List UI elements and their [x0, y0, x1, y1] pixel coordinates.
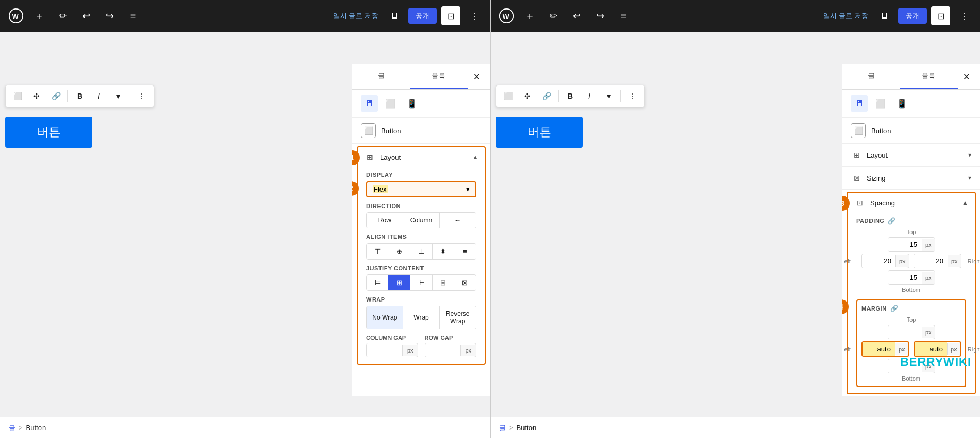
- right-options-button[interactable]: ⋮: [624, 88, 641, 105]
- margin-section: 4 MARGIN 🔗 Top: [856, 299, 966, 387]
- padding-right-input[interactable]: [914, 254, 948, 268]
- right-add-button[interactable]: ＋: [520, 6, 539, 25]
- justify-center-btn[interactable]: ⊞: [388, 275, 410, 290]
- right-panel: W ＋ ✏ ↩ ↪ ≡ 임시 글로 저장 🖥 공개 ⊡ ⋮ ⬜ ✣ 🔗 B I …: [490, 0, 980, 438]
- right-layout-section-header[interactable]: ⊞ Layout ▾: [842, 144, 980, 166]
- right-desktop-device-btn[interactable]: 🖥: [851, 95, 868, 112]
- align-end-btn[interactable]: ⊥: [410, 244, 432, 259]
- desktop-device-btn[interactable]: 🖥: [361, 95, 378, 112]
- right-tab-post[interactable]: 글: [842, 64, 900, 89]
- align-stretch-btn[interactable]: ⬍: [433, 244, 454, 259]
- list-view-button[interactable]: ≡: [123, 6, 142, 25]
- justify-around-btn[interactable]: ⊠: [454, 275, 476, 290]
- right-breadcrumb-root[interactable]: 글: [499, 423, 506, 433]
- right-tab-block[interactable]: 블록: [900, 64, 957, 89]
- align-start-btn[interactable]: ⊤: [367, 244, 388, 259]
- right-settings-button[interactable]: ⊡: [931, 6, 950, 25]
- dir-reverse-btn[interactable]: ←: [440, 213, 476, 228]
- close-panel-button[interactable]: ✕: [468, 68, 485, 85]
- padding-link-icon[interactable]: 🔗: [888, 217, 896, 225]
- right-block-icon: ⬜: [851, 123, 866, 138]
- save-link[interactable]: 임시 글로 저장: [333, 11, 378, 21]
- more-menu-button[interactable]: ⋮: [464, 6, 484, 25]
- spacing-section-header[interactable]: ⊡ Spacing ▲: [848, 193, 975, 213]
- reverse-wrap-btn[interactable]: Reverse Wrap: [440, 306, 476, 329]
- right-block-type-button[interactable]: ⬜: [500, 88, 517, 105]
- tablet-device-btn[interactable]: ⬜: [382, 95, 399, 112]
- redo-button[interactable]: ↪: [100, 6, 119, 25]
- italic-button[interactable]: I: [90, 88, 107, 105]
- layout-section-header[interactable]: ⊞ Layout ▲: [358, 147, 485, 167]
- layout-section: ⊞ Layout ▲ DISPLAY 2: [357, 146, 486, 365]
- undo-button[interactable]: ↩: [77, 6, 96, 25]
- justify-start-btn[interactable]: ⊨: [367, 275, 388, 290]
- right-redo-button[interactable]: ↪: [590, 6, 610, 25]
- margin-highlighted-box: MARGIN 🔗 Top px: [856, 299, 966, 387]
- options-inline-button[interactable]: ⋮: [133, 88, 150, 105]
- right-undo-button[interactable]: ↩: [567, 6, 586, 25]
- margin-link-icon[interactable]: 🔗: [890, 305, 899, 312]
- layout-icon: ⊞: [364, 151, 376, 163]
- desktop-preview-button[interactable]: 🖥: [385, 6, 404, 25]
- margin-top-input[interactable]: [888, 325, 922, 339]
- wrap-group: WRAP No Wrap Wrap Reverse Wrap: [366, 296, 476, 329]
- right-link-button[interactable]: 🔗: [538, 88, 555, 105]
- justify-content-group: JUSTIFY CONTENT ⊨ ⊞ ⊩ ⊟ ⊠: [366, 265, 476, 291]
- right-block-type-row: ⬜ Button: [842, 118, 980, 144]
- settings-button[interactable]: ⊡: [441, 6, 460, 25]
- justify-between-btn[interactable]: ⊟: [433, 275, 454, 290]
- drag-button[interactable]: ✣: [28, 88, 45, 105]
- right-tablet-device-btn[interactable]: ⬜: [872, 95, 889, 112]
- right-close-panel-button[interactable]: ✕: [958, 68, 975, 85]
- padding-top-input[interactable]: [888, 238, 922, 251]
- right-more-button[interactable]: ⋮: [954, 6, 974, 25]
- block-icon: ⬜: [361, 123, 376, 138]
- right-list-button[interactable]: ≡: [614, 6, 633, 25]
- padding-bottom-input[interactable]: [888, 271, 922, 284]
- right-preview-button[interactable]: 버튼: [496, 117, 583, 148]
- display-select[interactable]: Flex ▾: [366, 181, 476, 197]
- right-editor-area: ⬜ ✣ 🔗 B I ▾ ⋮ 버튼 글 블록 ✕: [491, 32, 980, 417]
- preview-button[interactable]: 버튼: [5, 117, 92, 148]
- publish-button[interactable]: 공개: [408, 8, 437, 24]
- block-type-button[interactable]: ⬜: [9, 88, 26, 105]
- dir-column-btn[interactable]: Column: [403, 213, 440, 228]
- right-more-inline-button[interactable]: ▾: [600, 88, 617, 105]
- right-drag-button[interactable]: ✣: [519, 88, 536, 105]
- edit-button[interactable]: ✏: [53, 6, 72, 25]
- right-save-link[interactable]: 임시 글로 저장: [823, 11, 868, 21]
- row-gap-label: ROW GAP: [425, 334, 477, 341]
- align-baseline-btn[interactable]: ≡: [454, 244, 476, 259]
- align-center-btn[interactable]: ⊕: [388, 244, 410, 259]
- margin-left-input[interactable]: [863, 342, 895, 356]
- tab-block[interactable]: 블록: [410, 64, 467, 89]
- align-items-label: ALIGN ITEMS: [366, 234, 476, 240]
- button-block: 버튼: [5, 117, 92, 148]
- right-publish-button[interactable]: 공개: [898, 8, 927, 24]
- right-edit-button[interactable]: ✏: [544, 6, 563, 25]
- margin-right-input[interactable]: [915, 342, 947, 356]
- tab-post[interactable]: 글: [352, 64, 410, 89]
- margin-label-row: MARGIN 🔗: [861, 305, 961, 312]
- row-gap-input[interactable]: [425, 343, 461, 357]
- more-inline-button[interactable]: ▾: [109, 88, 126, 105]
- layout-chevron: ▲: [472, 153, 478, 161]
- breadcrumb-root[interactable]: 글: [9, 423, 15, 433]
- bold-button[interactable]: B: [71, 88, 88, 105]
- right-desktop-btn[interactable]: 🖥: [875, 6, 894, 25]
- link-inline-button[interactable]: 🔗: [47, 88, 64, 105]
- column-gap-input[interactable]: [367, 343, 402, 357]
- margin-top-label: Top: [907, 316, 916, 323]
- wrap-btn[interactable]: Wrap: [403, 306, 440, 329]
- right-italic-button[interactable]: I: [581, 88, 598, 105]
- padding-left-input[interactable]: [862, 254, 895, 268]
- add-block-button[interactable]: ＋: [30, 6, 49, 25]
- mobile-device-btn[interactable]: 📱: [403, 95, 420, 112]
- right-bold-button[interactable]: B: [562, 88, 579, 105]
- direction-buttons: Row Column ←: [366, 212, 476, 228]
- justify-end-btn[interactable]: ⊩: [410, 275, 432, 290]
- dir-row-btn[interactable]: Row: [367, 213, 403, 228]
- right-mobile-device-btn[interactable]: 📱: [893, 95, 910, 112]
- no-wrap-btn[interactable]: No Wrap: [367, 306, 403, 329]
- right-sizing-section-header[interactable]: ⊠ Sizing ▾: [842, 167, 980, 189]
